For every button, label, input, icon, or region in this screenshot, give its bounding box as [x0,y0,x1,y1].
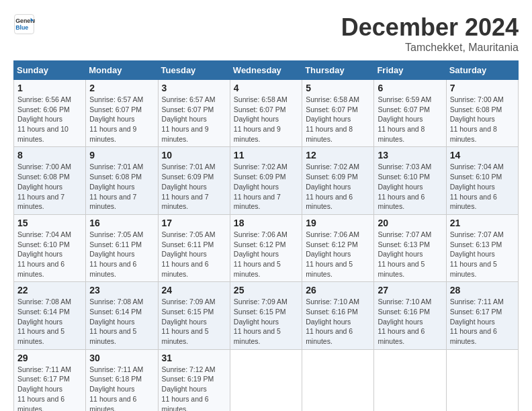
day-detail: Sunrise: 6:58 AMSunset: 6:07 PMDaylight … [234,95,298,144]
calendar-cell: 27Sunrise: 7:10 AMSunset: 6:16 PMDayligh… [374,282,446,349]
calendar-cell [230,349,302,411]
day-number: 29 [17,353,82,363]
day-detail: Sunrise: 6:56 AMSunset: 6:06 PMDaylight … [17,95,82,144]
day-detail: Sunrise: 7:02 AMSunset: 6:09 PMDaylight … [234,162,298,211]
day-detail: Sunrise: 7:06 AMSunset: 6:12 PMDaylight … [306,230,370,279]
calendar-cell: 12Sunrise: 7:02 AMSunset: 6:09 PMDayligh… [302,147,374,214]
day-detail: Sunrise: 7:09 AMSunset: 6:15 PMDaylight … [234,297,298,346]
day-detail: Sunrise: 7:07 AMSunset: 6:13 PMDaylight … [378,230,442,279]
day-detail: Sunrise: 7:10 AMSunset: 6:16 PMDaylight … [378,297,442,346]
day-detail: Sunrise: 7:11 AMSunset: 6:18 PMDaylight … [89,365,154,411]
calendar-cell: 23Sunrise: 7:08 AMSunset: 6:14 PMDayligh… [86,282,158,349]
calendar-cell: 29Sunrise: 7:11 AMSunset: 6:17 PMDayligh… [14,349,86,411]
day-of-week-header: Tuesday [158,61,230,80]
day-number: 13 [378,150,442,161]
calendar-cell: 17Sunrise: 7:05 AMSunset: 6:11 PMDayligh… [158,214,230,281]
calendar-cell: 2Sunrise: 6:57 AMSunset: 6:07 PMDaylight… [86,80,158,147]
day-detail: Sunrise: 7:04 AMSunset: 6:10 PMDaylight … [17,230,82,279]
svg-text:Blue: Blue [15,24,28,31]
day-detail: Sunrise: 7:09 AMSunset: 6:15 PMDaylight … [162,297,226,346]
calendar-cell: 11Sunrise: 7:02 AMSunset: 6:09 PMDayligh… [230,147,302,214]
day-number: 27 [378,285,442,295]
day-detail: Sunrise: 7:02 AMSunset: 6:09 PMDaylight … [306,162,370,211]
calendar-cell: 13Sunrise: 7:03 AMSunset: 6:10 PMDayligh… [374,147,446,214]
calendar-cell: 18Sunrise: 7:06 AMSunset: 6:12 PMDayligh… [230,214,302,281]
day-number: 19 [306,218,370,228]
day-number: 10 [162,150,226,161]
day-detail: Sunrise: 7:10 AMSunset: 6:16 PMDaylight … [306,297,370,346]
day-detail: Sunrise: 7:11 AMSunset: 6:17 PMDaylight … [17,365,82,411]
calendar-cell: 9Sunrise: 7:01 AMSunset: 6:08 PMDaylight… [86,147,158,214]
calendar-cell: 25Sunrise: 7:09 AMSunset: 6:15 PMDayligh… [230,282,302,349]
day-of-week-header: Monday [86,61,158,80]
calendar-cell: 10Sunrise: 7:01 AMSunset: 6:09 PMDayligh… [158,147,230,214]
month-title: December 2024 [341,13,519,42]
calendar-cell: 8Sunrise: 7:00 AMSunset: 6:08 PMDaylight… [14,147,86,214]
calendar-cell: 30Sunrise: 7:11 AMSunset: 6:18 PMDayligh… [86,349,158,411]
day-number: 3 [162,83,226,93]
day-number: 9 [89,150,154,161]
day-number: 1 [17,83,82,93]
day-detail: Sunrise: 7:07 AMSunset: 6:13 PMDaylight … [450,230,515,279]
calendar-cell: 24Sunrise: 7:09 AMSunset: 6:15 PMDayligh… [158,282,230,349]
logo: General Blue [13,13,36,35]
calendar-cell: 19Sunrise: 7:06 AMSunset: 6:12 PMDayligh… [302,214,374,281]
calendar-cell: 21Sunrise: 7:07 AMSunset: 6:13 PMDayligh… [446,214,518,281]
day-detail: Sunrise: 7:05 AMSunset: 6:11 PMDaylight … [162,230,226,279]
day-number: 12 [306,150,370,161]
day-detail: Sunrise: 7:05 AMSunset: 6:11 PMDaylight … [89,230,154,279]
day-number: 18 [234,218,298,228]
day-detail: Sunrise: 7:00 AMSunset: 6:08 PMDaylight … [450,95,515,144]
day-number: 2 [89,83,154,93]
day-detail: Sunrise: 7:01 AMSunset: 6:08 PMDaylight … [89,162,154,211]
day-detail: Sunrise: 7:00 AMSunset: 6:08 PMDaylight … [17,162,82,211]
day-detail: Sunrise: 7:12 AMSunset: 6:19 PMDaylight … [162,365,226,411]
day-detail: Sunrise: 7:08 AMSunset: 6:14 PMDaylight … [17,297,82,346]
calendar-cell: 20Sunrise: 7:07 AMSunset: 6:13 PMDayligh… [374,214,446,281]
calendar-cell: 15Sunrise: 7:04 AMSunset: 6:10 PMDayligh… [14,214,86,281]
day-number: 21 [450,218,515,228]
day-number: 15 [17,218,82,228]
calendar-cell: 28Sunrise: 7:11 AMSunset: 6:17 PMDayligh… [446,282,518,349]
calendar-cell: 5Sunrise: 6:58 AMSunset: 6:07 PMDaylight… [302,80,374,147]
page-header: General Blue December 2024 Tamchekket, M… [13,13,519,54]
day-detail: Sunrise: 7:01 AMSunset: 6:09 PMDaylight … [162,162,226,211]
day-detail: Sunrise: 7:11 AMSunset: 6:17 PMDaylight … [450,297,515,346]
calendar-cell: 6Sunrise: 6:59 AMSunset: 6:07 PMDaylight… [374,80,446,147]
day-number: 31 [162,353,226,363]
day-detail: Sunrise: 7:04 AMSunset: 6:10 PMDaylight … [450,162,515,211]
day-number: 16 [89,218,154,228]
svg-text:General: General [15,17,35,24]
day-number: 20 [378,218,442,228]
calendar-cell: 14Sunrise: 7:04 AMSunset: 6:10 PMDayligh… [446,147,518,214]
day-of-week-header: Friday [374,61,446,80]
day-number: 4 [234,83,298,93]
day-detail: Sunrise: 6:57 AMSunset: 6:07 PMDaylight … [89,95,154,144]
calendar-cell: 26Sunrise: 7:10 AMSunset: 6:16 PMDayligh… [302,282,374,349]
day-number: 30 [89,353,154,363]
calendar-cell: 16Sunrise: 7:05 AMSunset: 6:11 PMDayligh… [86,214,158,281]
day-of-week-header: Thursday [302,61,374,80]
calendar-cell: 1Sunrise: 6:56 AMSunset: 6:06 PMDaylight… [14,80,86,147]
logo-icon: General Blue [13,13,35,35]
calendar-cell: 3Sunrise: 6:57 AMSunset: 6:07 PMDaylight… [158,80,230,147]
day-number: 23 [89,285,154,295]
day-number: 8 [17,150,82,161]
day-number: 24 [162,285,226,295]
location-title: Tamchekket, Mauritania [341,42,519,54]
day-detail: Sunrise: 6:59 AMSunset: 6:07 PMDaylight … [378,95,442,144]
day-detail: Sunrise: 6:57 AMSunset: 6:07 PMDaylight … [162,95,226,144]
day-number: 28 [450,285,515,295]
day-detail: Sunrise: 7:08 AMSunset: 6:14 PMDaylight … [89,297,154,346]
day-number: 11 [234,150,298,161]
day-number: 6 [378,83,442,93]
day-number: 7 [450,83,515,93]
day-of-week-header: Sunday [14,61,86,80]
calendar-cell: 31Sunrise: 7:12 AMSunset: 6:19 PMDayligh… [158,349,230,411]
day-number: 5 [306,83,370,93]
calendar-cell: 7Sunrise: 7:00 AMSunset: 6:08 PMDaylight… [446,80,518,147]
day-detail: Sunrise: 7:06 AMSunset: 6:12 PMDaylight … [234,230,298,279]
day-number: 17 [162,218,226,228]
day-detail: Sunrise: 6:58 AMSunset: 6:07 PMDaylight … [306,95,370,144]
day-number: 26 [306,285,370,295]
